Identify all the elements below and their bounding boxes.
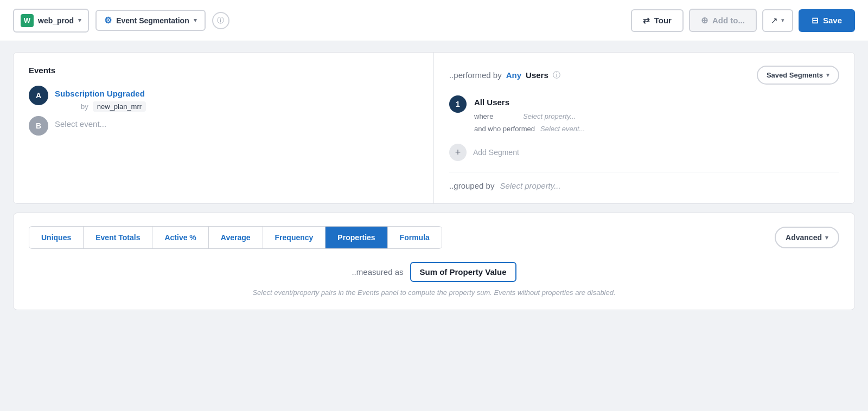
report-type-selector[interactable]: ⚙ Event Segmentation ▾ (95, 10, 206, 31)
main-content: Events A Subscription Upgraded by new_pl… (0, 41, 868, 321)
grouped-by-label: ..grouped by (449, 181, 494, 190)
header-right: ⇄ Tour ⊕ Add to... ↗ ▾ ⊟ Save (631, 9, 855, 32)
segment-number-1: 1 (449, 95, 467, 113)
event-row-b: B Select event... (29, 116, 418, 136)
and-who-condition: and who performed Select event... (474, 125, 839, 133)
add-to-button[interactable]: ⊕ Add to... (689, 9, 757, 32)
save-icon: ⊟ (812, 16, 819, 25)
event-b-placeholder[interactable]: Select event... (55, 116, 106, 129)
segment-row-1: 1 All Users where Select property... and… (449, 95, 839, 137)
tab-properties[interactable]: Properties (326, 227, 387, 248)
share-chevron-icon: ▾ (781, 17, 784, 24)
where-condition: where Select property... (474, 112, 839, 120)
metrics-tabs: Uniques Event Totals Active % Average Fr… (29, 226, 442, 249)
report-type-icon: ⚙ (104, 15, 112, 25)
saved-segments-button[interactable]: Saved Segments ▾ (757, 66, 839, 85)
advanced-button[interactable]: Advanced ▾ (775, 227, 839, 248)
tour-button[interactable]: ⇄ Tour (631, 9, 684, 32)
workspace-selector[interactable]: W web_prod ▾ (13, 9, 89, 33)
where-property-selector[interactable]: Select property... (523, 112, 576, 120)
users-info-icon[interactable]: ⓘ (553, 70, 560, 80)
users-label: Users (526, 70, 548, 80)
event-badge-a: A (29, 86, 48, 105)
segment-title-1: All Users (474, 95, 839, 107)
performed-by-row: ..performed by Any Users ⓘ (449, 70, 560, 80)
helper-text: Select event/property pairs in the Event… (29, 288, 839, 297)
add-segment-button[interactable]: + (449, 144, 467, 161)
metrics-row: Uniques Event Totals Active % Average Fr… (29, 226, 839, 249)
segment-content-1: All Users where Select property... and w… (474, 95, 839, 137)
event-a-sub-value[interactable]: new_plan_mrr (93, 101, 146, 112)
tab-average[interactable]: Average (209, 227, 263, 248)
report-type-label: Event Segmentation (116, 16, 189, 25)
bottom-panel: Uniques Event Totals Active % Average Fr… (13, 213, 855, 310)
add-to-label: Add to... (712, 16, 745, 25)
filter-header: ..performed by Any Users ⓘ Saved Segment… (449, 66, 839, 85)
event-a-sub-row: by new_plan_mrr (81, 101, 146, 112)
saved-segments-chevron-icon: ▾ (826, 72, 829, 79)
and-who-event-selector[interactable]: Select event... (540, 125, 585, 133)
add-segment-row: + Add Segment (449, 144, 839, 161)
info-icon[interactable]: ⓘ (212, 12, 229, 29)
and-who-label: and who performed (474, 125, 535, 133)
header-left: W web_prod ▾ ⚙ Event Segmentation ▾ ⓘ (13, 9, 624, 33)
header: W web_prod ▾ ⚙ Event Segmentation ▾ ⓘ ⇄ … (0, 0, 868, 41)
tab-active-percent[interactable]: Active % (152, 227, 208, 248)
tour-label: Tour (654, 16, 672, 25)
any-selector[interactable]: Any (506, 70, 521, 80)
advanced-label: Advanced (786, 233, 822, 242)
save-label: Save (823, 16, 842, 25)
workspace-icon: W (21, 14, 34, 27)
add-to-plus-icon: ⊕ (701, 15, 708, 25)
advanced-chevron-icon: ▾ (825, 234, 828, 241)
filter-panel: ..performed by Any Users ⓘ Saved Segment… (434, 53, 854, 203)
workspace-chevron-icon: ▾ (78, 17, 81, 24)
share-icon: ↗ (771, 16, 778, 25)
workspace-label: web_prod (38, 16, 74, 25)
performed-by-label: ..performed by (449, 70, 502, 80)
tour-icon: ⇄ (643, 16, 650, 25)
grouped-by-row: ..grouped by Select property... (449, 172, 839, 190)
event-badge-b: B (29, 116, 48, 136)
top-panel: Events A Subscription Upgraded by new_pl… (13, 52, 855, 204)
grouped-by-selector[interactable]: Select property... (500, 181, 560, 190)
tab-uniques[interactable]: Uniques (29, 227, 84, 248)
saved-segments-label: Saved Segments (767, 71, 823, 79)
tab-formula[interactable]: Formula (388, 227, 442, 248)
events-panel: Events A Subscription Upgraded by new_pl… (14, 53, 434, 203)
tab-event-totals[interactable]: Event Totals (84, 227, 152, 248)
measured-as-row: ..measured as Sum of Property Value (29, 262, 839, 282)
where-label: where (474, 112, 518, 120)
add-segment-label: Add Segment (473, 148, 519, 157)
measured-as-label: ..measured as (352, 267, 403, 277)
event-row-a: A Subscription Upgraded by new_plan_mrr (29, 86, 418, 112)
share-button[interactable]: ↗ ▾ (762, 9, 793, 32)
event-a-name[interactable]: Subscription Upgraded (55, 86, 146, 98)
events-title: Events (29, 66, 418, 75)
tab-frequency[interactable]: Frequency (263, 227, 326, 248)
report-type-chevron-icon: ▾ (194, 17, 197, 24)
measured-as-selector[interactable]: Sum of Property Value (410, 262, 516, 282)
save-button[interactable]: ⊟ Save (799, 9, 855, 32)
event-a-sub-label: by (81, 102, 88, 111)
